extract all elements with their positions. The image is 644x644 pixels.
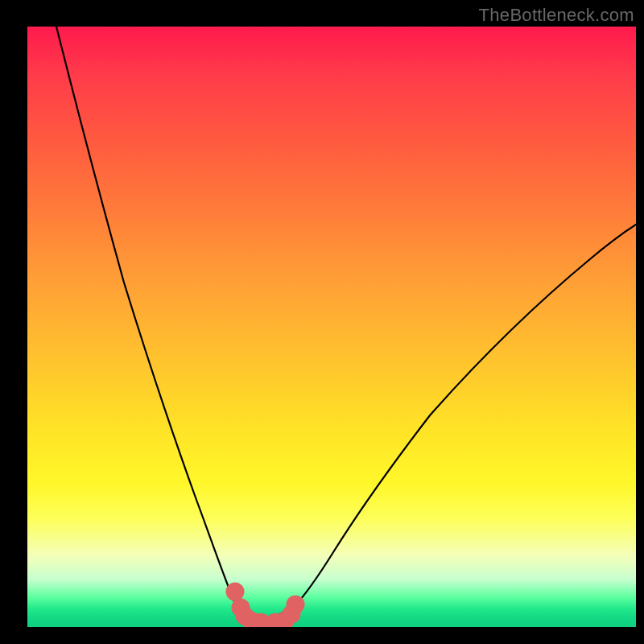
svg-point-4 [256, 617, 266, 627]
watermark-text: TheBottleneck.com [479, 5, 634, 26]
svg-point-0 [230, 587, 240, 597]
svg-point-8 [291, 600, 300, 609]
plot-area [27, 27, 636, 627]
valley-markers [230, 587, 300, 627]
chart-frame: TheBottleneck.com [0, 0, 644, 644]
curve-layer [27, 27, 636, 627]
bottleneck-curve [56, 27, 636, 621]
